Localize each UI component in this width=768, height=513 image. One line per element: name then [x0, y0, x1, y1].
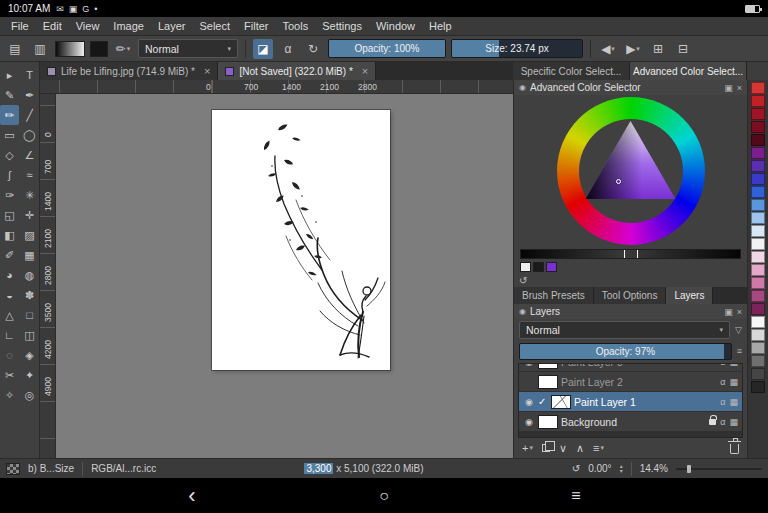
menu-item[interactable]: File	[4, 19, 36, 33]
assistants-tool[interactable]: △	[0, 305, 19, 325]
palette-swatch[interactable]	[751, 238, 765, 250]
colorize-mask-tool[interactable]: ◒	[0, 285, 19, 305]
layer-row[interactable]: Background	[519, 412, 742, 431]
menu-item[interactable]: Filter	[237, 19, 275, 33]
rotation-value[interactable]: 0.00°	[588, 463, 611, 474]
rotation-spinner[interactable]: ▴ ▾	[620, 464, 623, 474]
history-swatch[interactable]	[533, 262, 544, 272]
menu-item[interactable]: Tools	[276, 19, 316, 33]
palette-swatch[interactable]	[751, 108, 765, 120]
palette-swatch[interactable]	[751, 225, 765, 237]
hue-ring[interactable]	[557, 97, 705, 245]
alpha-icon[interactable]	[720, 377, 725, 387]
layer-row[interactable]: Paint Layer 2	[519, 372, 742, 391]
docker-tab[interactable]: Specific Color Select...	[513, 62, 630, 80]
palette-swatch[interactable]	[751, 95, 765, 107]
palette-swatch[interactable]	[751, 316, 765, 328]
polyline-tool[interactable]: ∠	[20, 145, 39, 165]
palette-swatch[interactable]	[751, 186, 765, 198]
zoom-slider-handle[interactable]	[687, 465, 691, 473]
palette-swatch[interactable]	[751, 303, 765, 315]
float-docker-icon[interactable]: ▣	[724, 83, 733, 93]
palette-swatch[interactable]	[751, 147, 765, 159]
smart-patch-tool[interactable]: ✽	[20, 285, 39, 305]
palette-swatch[interactable]	[751, 173, 765, 185]
menu-item[interactable]: Layer	[151, 19, 193, 33]
eraser-mode-button[interactable]: ◪	[253, 39, 273, 59]
palette-swatch[interactable]	[751, 121, 765, 133]
document-tab[interactable]: [Not Saved] (322.0 MiB) * ×	[218, 62, 376, 80]
docker-tab[interactable]: Tool Options	[594, 287, 667, 304]
palette-swatch[interactable]	[751, 290, 765, 302]
float-docker-icon[interactable]: ▣	[724, 307, 733, 317]
back-button[interactable]: ‹	[188, 485, 195, 507]
layer-row[interactable]: Paint Layer 3	[519, 363, 742, 371]
delete-layer-button[interactable]	[730, 444, 739, 454]
freehand-brush-tool[interactable]: ✏	[0, 105, 19, 125]
canvas-page[interactable]	[212, 110, 390, 370]
visibility-eye-icon[interactable]	[523, 377, 535, 387]
zoom-slider[interactable]	[676, 468, 762, 470]
color-profile-label[interactable]: RGB/Al...rc.icc	[91, 463, 156, 474]
blend-mode-dropdown[interactable]: Normal ▾	[138, 39, 238, 58]
inherit-alpha-icon[interactable]	[729, 377, 738, 387]
layer-filter-icon[interactable]: ▽	[735, 325, 742, 335]
docker-tab[interactable]: Advanced Color Select...	[630, 62, 747, 80]
zoom-tool[interactable]: ◎	[20, 385, 39, 405]
bezier-curve-tool[interactable]: ʃ	[0, 165, 19, 185]
rect-select-tool[interactable]: ◫	[20, 325, 39, 345]
saturation-value-triangle[interactable]	[586, 121, 676, 199]
reference-images-tool[interactable]: □	[20, 305, 39, 325]
bezier-select-tool[interactable]: ✧	[0, 385, 19, 405]
rotation-reset-icon[interactable]: ↺	[572, 463, 580, 474]
add-layer-button[interactable]: + ▾	[522, 442, 533, 454]
move-layer-down-button[interactable]: ∨	[559, 442, 567, 455]
ellipse-tool[interactable]: ◯	[20, 125, 39, 145]
pattern-chooser-button[interactable]	[90, 41, 108, 57]
history-swatch[interactable]	[546, 262, 557, 272]
dynamic-brush-tool[interactable]: ✑	[0, 185, 19, 205]
palette-swatch[interactable]	[751, 368, 765, 380]
opacity-slider[interactable]: Opacity: 100%	[328, 39, 446, 58]
alpha-lock-button[interactable]: α	[278, 39, 298, 59]
menu-item[interactable]: Select	[192, 19, 237, 33]
contiguous-select-tool[interactable]: ✦	[20, 365, 39, 385]
freehand-select-tool[interactable]: ✂	[0, 365, 19, 385]
text-tool[interactable]: T	[20, 65, 39, 85]
visibility-eye-icon[interactable]	[523, 397, 535, 407]
menu-item[interactable]: Help	[422, 19, 459, 33]
layer-row[interactable]: Paint Layer 1	[519, 392, 742, 411]
alpha-icon[interactable]	[720, 417, 725, 427]
layer-options-icon[interactable]: ≡	[737, 346, 742, 356]
measure-tool[interactable]: ∟	[0, 325, 19, 345]
history-swatch[interactable]	[520, 262, 531, 272]
move-layer-up-button[interactable]: ∧	[576, 442, 584, 455]
crop-tool[interactable]: ◧	[0, 225, 19, 245]
advanced-color-selector[interactable]	[514, 95, 747, 247]
docker-tab[interactable]: Brush Presets	[514, 287, 594, 304]
fill-tool[interactable]: ◕	[0, 265, 19, 285]
palette-swatch[interactable]	[751, 199, 765, 211]
calligraphy-tool[interactable]: ✒	[20, 85, 39, 105]
alpha-icon[interactable]	[720, 363, 725, 367]
visibility-eye-icon[interactable]	[523, 417, 535, 427]
canvas-viewport[interactable]	[56, 94, 513, 458]
layer-opacity-slider[interactable]: Opacity: 97%	[519, 343, 732, 360]
palette-swatch[interactable]	[751, 160, 765, 172]
line-tool[interactable]: ╱	[20, 105, 39, 125]
recents-button[interactable]: ≡	[571, 487, 580, 505]
docker-tab[interactable]: Layers	[666, 287, 713, 304]
multibrush-tool[interactable]: ✳	[20, 185, 39, 205]
palette-swatch[interactable]	[751, 342, 765, 354]
palette-swatch[interactable]	[751, 251, 765, 263]
mirror-horizontal-button[interactable]: ◀ ▾	[598, 39, 618, 59]
wrap-around-button[interactable]: ⊟	[673, 39, 693, 59]
inherit-alpha-icon[interactable]	[729, 363, 738, 367]
freehand-path-tool[interactable]: ≈	[20, 165, 39, 185]
palette-swatch[interactable]	[751, 355, 765, 367]
palette-swatch[interactable]	[751, 212, 765, 224]
enclose-fill-tool[interactable]: ◍	[20, 265, 39, 285]
close-docker-icon[interactable]: ×	[737, 307, 742, 317]
palette-swatch[interactable]	[751, 82, 765, 94]
menu-item[interactable]: Edit	[36, 19, 69, 33]
